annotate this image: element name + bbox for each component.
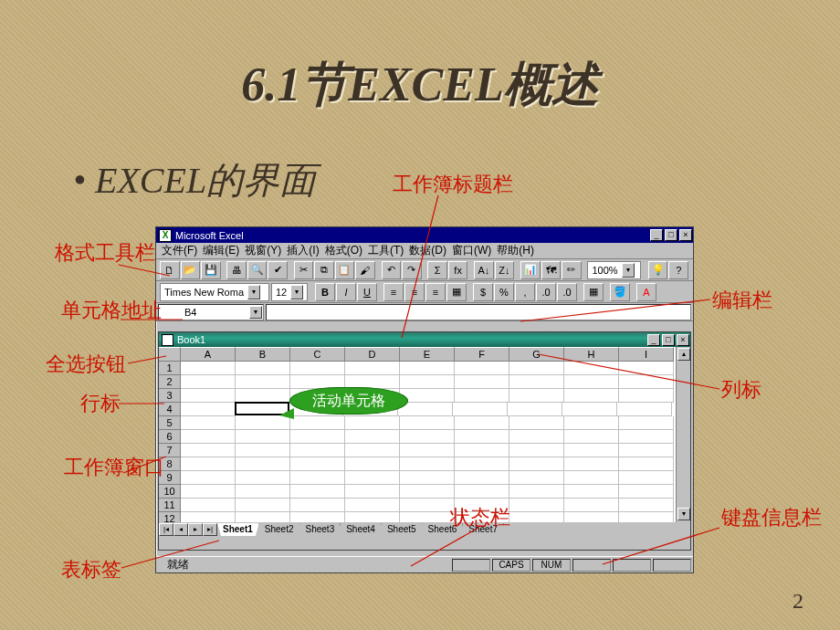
row-header[interactable]: 10 [159, 485, 181, 499]
menu-item[interactable]: 文件(F) [162, 243, 197, 258]
row-header[interactable]: 3 [159, 389, 181, 403]
chart-icon[interactable]: 📊 [520, 261, 541, 279]
fill-color-icon[interactable]: 🪣 [610, 283, 630, 301]
align-center-icon[interactable]: ≡ [404, 283, 425, 301]
help-icon[interactable]: ? [668, 261, 688, 279]
page-number: 2 [793, 589, 803, 614]
chevron-down-icon[interactable]: ▾ [622, 263, 635, 278]
menu-item[interactable]: 编辑(E) [203, 243, 239, 258]
menu-item[interactable]: 数据(D) [409, 243, 446, 258]
doc-close-button[interactable]: × [677, 334, 689, 346]
doc-maximize-button[interactable]: □ [662, 334, 675, 346]
column-header[interactable]: H [564, 347, 619, 362]
font-color-icon[interactable]: A [636, 283, 656, 301]
row-header[interactable]: 4 [159, 403, 181, 416]
annot-keyboard-info: 键盘信息栏 [721, 507, 822, 529]
annot-column-header: 列标 [721, 379, 761, 401]
sort-asc-icon[interactable]: A↓ [474, 261, 494, 279]
undo-icon[interactable]: ↶ [382, 261, 402, 279]
row-header[interactable]: 6 [159, 430, 181, 444]
scroll-up-icon[interactable]: ▴ [677, 348, 690, 361]
decrease-decimal-icon[interactable]: .0 [557, 283, 577, 301]
name-box[interactable]: B4 ▾ [158, 304, 264, 320]
copy-icon[interactable]: ⧉ [314, 261, 334, 279]
horizontal-scrollbar[interactable] [159, 537, 690, 550]
drawing-icon[interactable]: ✏ [562, 261, 582, 279]
maximize-button[interactable]: □ [665, 229, 677, 241]
minimize-button[interactable]: _ [650, 229, 663, 241]
chevron-down-icon[interactable]: ▾ [290, 285, 303, 299]
sheet-tab[interactable]: Sheet3 [300, 523, 341, 536]
chevron-down-icon[interactable]: ▾ [247, 285, 260, 299]
align-left-icon[interactable]: ≡ [383, 283, 404, 301]
row-header[interactable]: 1 [159, 362, 181, 375]
redo-icon[interactable]: ↷ [402, 261, 422, 279]
increase-decimal-icon[interactable]: .0 [536, 283, 556, 301]
borders-icon[interactable]: ▦ [583, 283, 604, 301]
close-button[interactable]: × [679, 229, 692, 241]
cut-icon[interactable]: ✂ [294, 261, 314, 279]
first-tab-button[interactable]: |◂ [159, 523, 173, 536]
autosum-icon[interactable]: Σ [427, 261, 447, 279]
save-icon[interactable]: 💾 [201, 261, 221, 279]
scroll-down-icon[interactable]: ▾ [677, 508, 690, 520]
column-header[interactable]: F [455, 347, 509, 362]
align-right-icon[interactable]: ≡ [425, 283, 446, 301]
sort-desc-icon[interactable]: Z↓ [495, 261, 515, 279]
column-header[interactable]: A [181, 347, 236, 362]
row-header[interactable]: 2 [159, 375, 181, 389]
print-icon[interactable]: 🖶 [226, 261, 247, 279]
menu-item[interactable]: 格式(O) [325, 243, 362, 258]
column-header[interactable]: E [400, 347, 455, 362]
preview-icon[interactable]: 🔍 [247, 261, 268, 279]
zoom-combo[interactable]: 100% ▾ [587, 261, 641, 279]
map-icon[interactable]: 🗺 [541, 261, 562, 279]
standard-toolbar: 🗋 📂 💾 🖶 🔍 ✔ ✂ ⧉ 📋 🖌 ↶ ↷ Σ fx A↓ Z↓ 📊 🗺 ✏ [156, 259, 693, 281]
spell-icon[interactable]: ✔ [268, 261, 288, 279]
format-painter-icon[interactable]: 🖌 [355, 261, 375, 279]
open-icon[interactable]: 📂 [181, 261, 201, 279]
percent-icon[interactable]: % [494, 283, 514, 301]
prev-tab-button[interactable]: ◂ [173, 523, 188, 536]
slide-bullet: • EXCEL的界面 [73, 155, 316, 205]
merge-center-icon[interactable]: ▦ [446, 283, 467, 301]
tip-icon[interactable]: 💡 [648, 261, 668, 279]
formula-bar[interactable] [266, 304, 691, 320]
column-header[interactable]: I [619, 347, 674, 362]
sheet-tab[interactable]: Sheet2 [259, 523, 300, 536]
new-icon[interactable]: 🗋 [160, 261, 180, 279]
sheet-tab[interactable]: Sheet5 [382, 523, 423, 536]
sheet-tab[interactable]: Sheet1 [217, 523, 259, 536]
currency-icon[interactable]: $ [473, 283, 493, 301]
vertical-scrollbar[interactable]: ▴ ▾ [676, 347, 690, 522]
menu-item[interactable]: 视窗(Y) [245, 243, 281, 258]
next-tab-button[interactable]: ▸ [188, 523, 203, 536]
excel-icon: X [159, 229, 172, 242]
menu-item[interactable]: 帮助(H) [497, 243, 534, 258]
menu-item[interactable]: 窗口(W) [452, 243, 491, 258]
menu-item[interactable]: 工具(T) [368, 243, 404, 258]
last-tab-button[interactable]: ▸| [203, 523, 217, 536]
select-all-button[interactable] [159, 347, 181, 362]
sheet-tab[interactable]: Sheet4 [341, 523, 382, 536]
column-header[interactable]: B [236, 347, 290, 362]
bold-icon[interactable]: B [315, 283, 335, 301]
slide-title: 6.1节EXCEL概述 [0, 53, 840, 117]
italic-icon[interactable]: I [336, 283, 356, 301]
menu-item[interactable]: 插入(I) [287, 243, 319, 258]
comma-icon[interactable]: , [515, 283, 535, 301]
row-header[interactable]: 11 [159, 499, 181, 512]
paste-icon[interactable]: 📋 [335, 261, 355, 279]
chevron-down-icon[interactable]: ▾ [249, 306, 262, 319]
function-icon[interactable]: fx [448, 261, 468, 279]
workbook-window: Book1 _ □ × A B C D E F G H I [158, 331, 691, 551]
column-header[interactable]: C [290, 347, 345, 362]
cells-grid[interactable] [181, 362, 676, 522]
underline-icon[interactable]: U [357, 283, 377, 301]
column-header[interactable]: D [345, 347, 400, 362]
doc-minimize-button[interactable]: _ [647, 334, 660, 346]
column-header[interactable]: G [509, 347, 564, 362]
row-header[interactable]: 5 [159, 416, 181, 430]
font-name-combo[interactable]: Times New Roma ▾ [160, 283, 269, 301]
font-size-combo[interactable]: 12 ▾ [271, 283, 308, 301]
